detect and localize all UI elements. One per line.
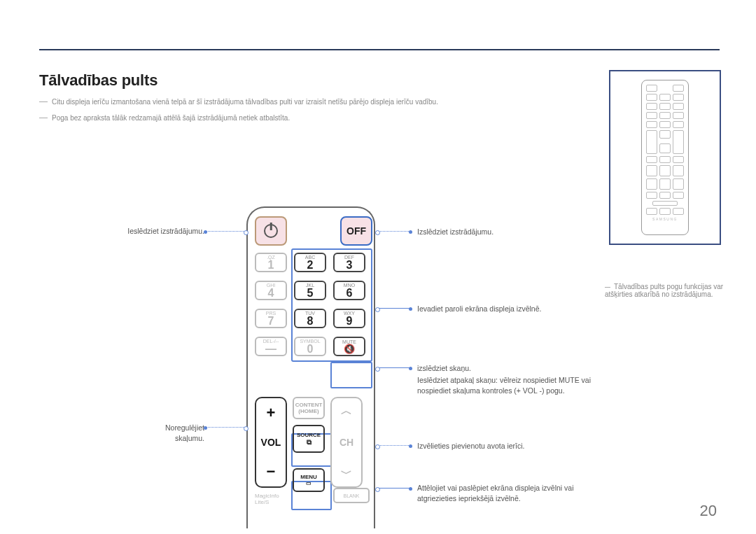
note-line-2: Poga bez apraksta tālāk redzamajā attēlā…: [39, 114, 290, 122]
callout-source: Izvēlieties pievienotu avota ierīci.: [417, 441, 525, 451]
row-num-2: GHI4 JKL5 MNO6: [255, 281, 365, 300]
chevron-down-icon: ﹀: [341, 468, 352, 479]
power-icon: [264, 224, 278, 238]
vol-rocker: + VOL −: [255, 397, 287, 488]
menu-icon: ▭: [306, 480, 312, 486]
blank-button: BLANK: [333, 488, 370, 503]
key-8: TUV8: [294, 309, 326, 328]
key-3: DEF3: [333, 253, 365, 272]
key-del: DEL-/--—: [255, 337, 287, 356]
off-button: OFF: [340, 216, 372, 246]
callout-menu: Attēlojiet vai paslēpiet ekrāna displeja…: [417, 483, 592, 503]
key-4: GHI4: [255, 281, 287, 300]
key-0: SYMBOL0: [294, 337, 326, 356]
key-mute: MUTE🔇: [333, 337, 365, 356]
key-9: WXY9: [333, 309, 365, 328]
note-line-1: Citu displeja ierīču izmantošana vienā t…: [39, 98, 438, 106]
mid-stack: CONTENT (HOME) SOURCE ⧉ MENU ▭: [293, 397, 325, 492]
callout-mute1: izslēdziet skaņu.: [417, 363, 471, 374]
callout-power-on: Ieslēdziet izstrādājumu.: [127, 226, 204, 237]
source-button: SOURCE ⧉: [293, 425, 325, 453]
row-num-4: DEL-/--— SYMBOL0 MUTE🔇: [255, 337, 365, 356]
menu-button: MENU ▭: [293, 468, 325, 492]
magicinfo-label: MagicInfo Lite/S: [255, 493, 279, 505]
leader-vol: [206, 427, 245, 428]
content-home-button: CONTENT (HOME): [293, 397, 325, 419]
mute-icon: 🔇: [344, 344, 355, 353]
key-2: ABC2: [294, 253, 326, 272]
row-num-1: .QZ1 ABC2 DEF3: [255, 253, 365, 272]
mute-highlight: [330, 362, 372, 388]
row-num-3: PRS7 TUV8 WXY9: [255, 309, 365, 328]
note-text: Poga bez apraksta tālāk redzamajā attēlā…: [52, 114, 290, 122]
leader-numpad: [379, 308, 410, 309]
page-number: 20: [700, 502, 717, 520]
row-power: OFF: [255, 216, 372, 246]
key-5: JKL5: [294, 281, 326, 300]
page-title: Tālvadības pults: [39, 71, 158, 90]
row-vol-ch: + VOL − CONTENT (HOME) SOURCE ⧉ MENU ▭ ︿…: [255, 397, 363, 492]
thumbnail-frame: SAMSUNG: [609, 70, 721, 245]
callout-mute2: Ieslēdziet atpakaļ skaņu: vēlreiz nospie…: [417, 375, 599, 395]
callout-numpad: Ievadiet paroli ekrāna displeja izvēlnē.: [417, 304, 541, 314]
leader-menu: [379, 488, 410, 489]
ch-rocker: ︿ CH ﹀: [330, 397, 363, 488]
chevron-up-icon: ︿: [341, 405, 352, 416]
thumbnail-remote: SAMSUNG: [641, 80, 689, 235]
key-7: PRS7: [255, 309, 287, 328]
key-6: MNO6: [333, 281, 365, 300]
remote-diagram: OFF .QZ1 ABC2 DEF3 GHI4 JKL5 MNO6 PRS7 T…: [246, 206, 375, 528]
leader-mute: [379, 367, 410, 368]
key-1: .QZ1: [255, 253, 287, 272]
top-rule: [39, 49, 720, 50]
callout-power-off: Izslēdziet izstrādājumu.: [417, 227, 493, 237]
vol-down-icon: −: [267, 464, 276, 479]
power-button: [255, 216, 287, 246]
callout-vol: Noregulējiet skaļumu.: [140, 423, 204, 443]
thumbnail-note: Tālvadības pults pogu funkcijas var atšķ…: [605, 283, 724, 298]
leader-off: [379, 231, 410, 232]
source-icon: ⧉: [307, 438, 312, 447]
thumb-brand: SAMSUNG: [646, 217, 684, 221]
vol-up-icon: +: [267, 405, 276, 421]
leader-power: [206, 231, 245, 232]
note-text: Citu displeja ierīču izmantošana vienā t…: [52, 98, 438, 106]
leader-source: [379, 445, 410, 446]
